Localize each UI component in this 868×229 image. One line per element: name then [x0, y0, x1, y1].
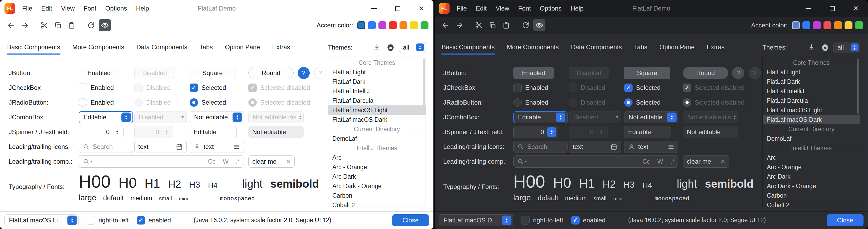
copy-button[interactable]	[487, 19, 498, 31]
theme-list-item[interactable]: FlatLaf macOS Dark	[763, 115, 860, 124]
theme-list-item[interactable]: FlatLaf Light	[328, 67, 426, 77]
regex-button[interactable]: .*	[671, 158, 675, 165]
search-with-options-field[interactable]: ▾ Cc W .*	[513, 155, 678, 168]
accent-swatch[interactable]	[368, 21, 376, 29]
round-button[interactable]: Round	[683, 67, 728, 79]
accent-swatch[interactable]	[389, 21, 397, 29]
cut-button[interactable]	[38, 19, 50, 31]
menu-item-font[interactable]: Font	[514, 0, 535, 17]
combobox-arrow-button[interactable]: ▲▼	[850, 44, 859, 51]
match-case-button[interactable]: Cc	[208, 158, 215, 165]
search-field[interactable]: Search	[513, 141, 567, 153]
theme-list-item[interactable]: Cobalt 2	[763, 200, 860, 207]
menu-item-edit[interactable]: Edit	[37, 0, 57, 17]
clear-me-field[interactable]: clear me ✕	[248, 155, 295, 168]
user-field[interactable]: text	[624, 141, 678, 153]
github-button[interactable]	[820, 42, 830, 53]
refresh-button[interactable]	[85, 19, 97, 31]
download-themes-button[interactable]	[806, 42, 817, 53]
minimize-button[interactable]	[797, 0, 820, 17]
match-case-button[interactable]: Cc	[643, 158, 650, 165]
help-button[interactable]: ?	[732, 67, 744, 79]
accent-swatch[interactable]	[358, 21, 365, 29]
combobox-arrow-button[interactable]: ▲▼	[121, 113, 131, 122]
theme-list-item[interactable]: FlatLaf Darcula	[763, 96, 860, 106]
combobox-arrow-button[interactable]: ▲▼	[416, 44, 424, 51]
themes-filter-combo[interactable]: all ▲▼	[399, 42, 426, 53]
close-window-button[interactable]: ✕	[409, 0, 433, 17]
tab-basic-components[interactable]: Basic Components	[442, 44, 495, 55]
tab-option-pane[interactable]: Option Pane	[225, 44, 260, 55]
clear-me-field[interactable]: clear me ✕	[683, 155, 729, 168]
enabled-button[interactable]: Enabled	[513, 67, 554, 79]
tab-extras[interactable]: Extras	[272, 44, 290, 55]
laf-combo[interactable]: FlatLaf macOS D... ▲▼	[439, 214, 513, 226]
menu-item-file[interactable]: File	[452, 0, 471, 17]
titlebar[interactable]: FL FileEditViewFontOptionsHelp FlatLaf D…	[435, 0, 868, 17]
combobox-editable[interactable]: Editable ▲▼	[79, 111, 133, 123]
theme-list-item[interactable]: FlatLaf macOS Dark	[328, 115, 426, 124]
accent-swatch[interactable]	[421, 21, 429, 29]
themes-filter-combo[interactable]: all ▲▼	[834, 42, 860, 53]
forward-button[interactable]	[453, 19, 465, 31]
theme-list-item[interactable]: DemoLaf	[763, 134, 860, 143]
radio-selected[interactable]: Selected	[190, 98, 226, 107]
search-field[interactable]: Search	[79, 141, 133, 153]
accent-swatch[interactable]	[410, 21, 418, 29]
right-to-left-checkbox[interactable]: right-to-left	[87, 216, 129, 225]
date-field[interactable]: text	[569, 141, 621, 153]
enabled-checkbox[interactable]: ✓enabled	[137, 216, 171, 225]
theme-list-item[interactable]: DemoLaf	[328, 134, 426, 143]
whole-words-button[interactable]: W	[223, 158, 228, 165]
calendar-icon[interactable]	[176, 143, 183, 150]
accent-swatch[interactable]	[813, 21, 821, 29]
github-button[interactable]	[385, 42, 396, 53]
minimize-button[interactable]	[362, 0, 386, 17]
menu-item-help[interactable]: Help	[131, 0, 153, 17]
tab-more-components[interactable]: More Components	[72, 44, 124, 55]
enabled-button[interactable]: Enabled	[79, 67, 119, 79]
date-field[interactable]: text	[134, 141, 187, 153]
checkbox-selected[interactable]: ✓Selected	[624, 84, 660, 92]
tab-tabs[interactable]: Tabs	[199, 44, 213, 55]
theme-list-item[interactable]: Arc Dark	[328, 172, 426, 181]
clear-icon[interactable]: ✕	[720, 158, 725, 165]
menu-item-font[interactable]: Font	[79, 0, 101, 17]
theme-list-item[interactable]: FlatLaf IntelliJ	[328, 86, 426, 96]
laf-combo[interactable]: FlatLaf macOS Li... ▲▼	[4, 214, 79, 226]
menu-item-options[interactable]: Options	[101, 0, 132, 17]
scrollbar-thumb[interactable]	[857, 58, 859, 114]
spinner-stepper[interactable]: ▲▼	[547, 127, 556, 137]
menu-item-edit[interactable]: Edit	[471, 0, 491, 17]
theme-list-item[interactable]: FlatLaf Dark	[328, 77, 426, 86]
search-dropdown-button[interactable]: ▾	[517, 158, 527, 165]
menu-item-view[interactable]: View	[491, 0, 514, 17]
calendar-icon[interactable]	[611, 143, 617, 150]
radio-enabled[interactable]: Enabled	[79, 98, 114, 107]
theme-list-item[interactable]: Cobalt 2	[328, 200, 426, 207]
theme-list-item[interactable]: Arc - Orange	[328, 162, 426, 172]
close-dialog-button[interactable]: Close	[827, 214, 864, 226]
maximize-button[interactable]	[820, 0, 844, 17]
clear-icon[interactable]: ✕	[286, 158, 291, 165]
spinner-field[interactable]: 0 ▲▼	[79, 126, 124, 138]
menu-item-options[interactable]: Options	[535, 0, 566, 17]
titlebar[interactable]: FL FileEditViewFontOptionsHelp FlatLaf D…	[0, 0, 433, 17]
accent-swatch[interactable]	[400, 21, 407, 29]
radio-enabled[interactable]: Enabled	[513, 98, 548, 107]
cut-button[interactable]	[473, 19, 485, 31]
textfield-editable[interactable]: Editable	[624, 126, 671, 138]
round-button[interactable]: Round	[248, 67, 293, 79]
combobox-editable[interactable]: Editable ▲▼	[513, 111, 567, 123]
combobox-arrow-button[interactable]: ▲▼	[232, 113, 242, 122]
help-button[interactable]: ?	[298, 67, 310, 79]
accent-swatch[interactable]	[792, 21, 800, 29]
theme-list-item[interactable]: Arc - Orange	[763, 162, 860, 172]
copy-button[interactable]	[52, 19, 64, 31]
close-window-button[interactable]: ✕	[844, 0, 868, 17]
enabled-checkbox[interactable]: ✓enabled	[571, 216, 606, 225]
spinner-field[interactable]: 0 ▲▼	[513, 126, 558, 138]
theme-list-item[interactable]: Arc Dark - Orange	[763, 181, 860, 191]
combobox-arrow-button[interactable]: ▲▼	[67, 216, 77, 225]
theme-list-item[interactable]: Arc Dark	[763, 172, 860, 181]
